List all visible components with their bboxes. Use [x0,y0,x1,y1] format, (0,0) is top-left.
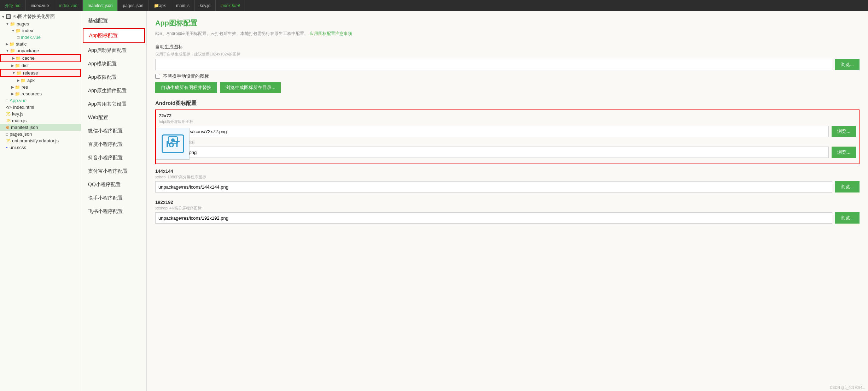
auto-generate-label: 自动生成图标 [155,44,860,50]
icon-72-label: 72x72 [159,113,856,118]
tree-cache[interactable]: ▶ 📁 cache [0,54,81,62]
file-icon: JS [6,112,11,117]
tab-apk[interactable]: 📁apk [149,0,171,11]
chevron-icon: ▶ [11,64,14,67]
browse-dir-btn[interactable]: 浏览生成图标所在目录... [220,82,281,93]
config-splash[interactable]: App启动界面配置 [81,44,146,57]
tab-manifest[interactable]: manifest.json [83,0,118,11]
config-native-plugins[interactable]: App原生插件配置 [81,84,146,97]
icon-72-browse-btn[interactable]: 浏览... [832,126,856,137]
chevron-icon: ▶ [11,92,14,96]
config-web[interactable]: Web配置 [81,111,146,124]
folder-icon: 📁 [16,28,21,33]
tab-jieshao[interactable]: 介绍.md [0,0,26,11]
file-icon: ~ [6,145,8,150]
folder-icon: 📁 [9,42,14,47]
icon-192-browse-btn[interactable]: 浏览... [835,212,860,224]
icon-192-input[interactable] [155,212,832,224]
tree-release[interactable]: ▼ 📁 release [0,69,81,77]
config-baidu[interactable]: 百度小程序配置 [81,138,146,151]
tree-project[interactable]: ▼ 🔲 P5图片替换美化界面 [0,13,81,20]
tree-index-html[interactable]: </> index.html [0,104,81,111]
chevron-icon: ▶ [11,85,14,89]
no-replace-label: 不替换手动设置的图标 [163,73,209,79]
tab-main-js[interactable]: main.js [171,0,195,11]
tab-index-vue-2[interactable]: index.vue [54,0,82,11]
file-icon: JS [6,138,11,143]
svg-point-3 [171,138,175,142]
icon-192-input-row: 浏览... [155,212,860,224]
folder-icon: 📁 [10,22,15,26]
iot-logo-svg: IoT [161,133,185,154]
tree-main-js[interactable]: JS main.js [0,117,81,124]
config-qq[interactable]: QQ小程序配置 [81,178,146,191]
icon-72-input[interactable] [159,126,829,137]
folder-icon: 📁 [15,85,20,90]
file-icon: JS [6,118,11,123]
config-app-icon[interactable]: App图标配置 [83,28,145,43]
tree-index-folder[interactable]: ▼ 📁 index [0,27,81,34]
folder-icon: 📁 [15,91,20,96]
chevron-icon: ▼ [12,71,16,75]
folder-icon: 📁 [16,56,21,61]
tree-unpackage[interactable]: ▼ 📁 unpackage [0,47,81,54]
chevron-icon: ▼ [6,22,9,26]
icon-72-section: 72x72 hdpi高分屏应用图标 浏览... IoT xhdpi高分屏应用图标 [155,109,860,164]
auto-generate-input[interactable] [155,59,832,70]
config-modules[interactable]: App模块配置 [81,57,146,71]
auto-generate-all-btn[interactable]: 自动生成所有图标并替换 [155,82,217,93]
config-permissions[interactable]: App权限配置 [81,71,146,84]
page-subtitle: iOS、Android应用图标配置。云打包后生效。本地打包需另行在原生工程中配置… [155,31,860,37]
config-wechat[interactable]: 微信小程序配置 [81,124,146,138]
icon-96-browse-btn[interactable]: 浏览... [832,147,856,158]
tree-dist[interactable]: ▶ 📁 dist [0,62,81,69]
file-icon: □ [17,35,19,40]
config-kuaishou[interactable]: 快手小程序配置 [81,191,146,205]
tree-uni-promisify[interactable]: JS uni.promisify.adaptor.js [0,137,81,144]
tree-uni-scss[interactable]: ~ uni.scss [0,144,81,151]
icon-96-subsection: xhdpi高分屏应用图标 浏览... [159,140,856,158]
config-other-settings[interactable]: App常用其它设置 [81,97,146,111]
auto-generate-browse-btn[interactable]: 浏览... [835,59,860,70]
icon-192-hint: xxxhdpi 4K高分屏程序图标 [155,206,860,211]
tree-key-js[interactable]: JS key.js [0,111,81,117]
icon-144-input[interactable] [155,181,832,192]
checkbox-row: 不替换手动设置的图标 [155,73,860,79]
config-basic[interactable]: 基础配置 [81,14,146,28]
tree-apk[interactable]: ▶ 📁 apk [0,77,81,84]
tree-resources[interactable]: ▶ 📁 resources [0,90,81,97]
icon-72-input-row: 浏览... [159,126,856,137]
icon-144-browse-btn[interactable]: 浏览... [835,181,860,192]
action-btns: 自动生成所有图标并替换 浏览生成图标所在目录... [155,82,860,93]
config-alipay[interactable]: 支付宝小程序配置 [81,165,146,178]
chevron-icon: ▼ [6,49,9,53]
subtitle-link[interactable]: 应用图标配置注意事项 [310,31,352,36]
tree-manifest-json[interactable]: ⚙ manifest.json [0,124,81,131]
tree-static[interactable]: ▶ 📁 static [0,41,81,47]
no-replace-checkbox[interactable] [155,74,160,79]
tree-pages[interactable]: ▼ 📁 pages [0,20,81,27]
auto-generate-input-row: 浏览... [155,59,860,70]
icon-192-section: 192x192 xxxhdpi 4K高分屏程序图标 浏览... [155,200,860,224]
file-icon: ⚙ [6,125,10,130]
content-area: App图标配置 iOS、Android应用图标配置。云打包后生效。本地打包需另行… [147,11,868,391]
icon-96-input[interactable] [159,147,829,158]
file-icon: □ [6,132,8,137]
tab-pages-json[interactable]: pages.json [118,0,148,11]
iot-logo-overlay: IoT [156,128,190,160]
folder-icon: 📁 [21,78,26,83]
tab-index-html[interactable]: index.html [216,0,245,11]
tab-key-js[interactable]: key.js [195,0,216,11]
icon-144-input-row: 浏览... [155,181,860,192]
icon-192-label: 192x192 [155,200,860,205]
android-section-title: Android图标配置 [155,100,860,107]
tree-pages-json[interactable]: □ pages.json [0,131,81,137]
chevron-icon: ▶ [6,42,8,46]
config-tiktok[interactable]: 抖音小程序配置 [81,151,146,165]
folder-icon: 📁 [15,63,20,68]
tree-index-vue[interactable]: □ index.vue [0,34,81,41]
config-feishu[interactable]: 飞书小程序配置 [81,205,146,218]
tree-res[interactable]: ▶ 📁 res [0,84,81,90]
tree-app-vue[interactable]: □ App.vue [0,97,81,104]
tab-index-vue-1[interactable]: index.vue [26,0,54,11]
